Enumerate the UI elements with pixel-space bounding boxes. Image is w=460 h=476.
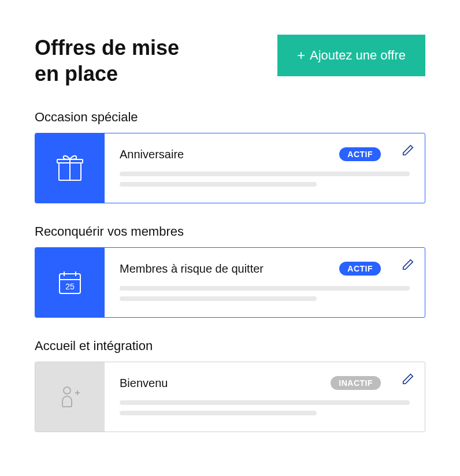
offer-card-membres-risque[interactable]: 25 Membres à risque de quitter ACTIF <box>35 247 425 318</box>
status-badge: ACTIF <box>339 262 381 276</box>
card-body: Anniversaire ACTIF <box>105 133 425 203</box>
edit-button[interactable] <box>402 144 414 159</box>
card-title: Membres à risque de quitter <box>120 262 264 276</box>
placeholder-content <box>120 172 410 187</box>
plus-icon: + <box>297 47 305 64</box>
edit-button[interactable] <box>402 373 414 388</box>
add-offer-button[interactable]: + Ajoutez une offre <box>277 35 425 76</box>
offer-card-anniversaire[interactable]: Anniversaire ACTIF <box>35 133 425 203</box>
offer-card-bienvenu[interactable]: Bienvenu INACTIF <box>35 362 425 432</box>
section-accueil: Accueil et intégration Bienvenu INACTIF <box>35 339 425 432</box>
svg-point-8 <box>64 387 71 394</box>
status-badge: ACTIF <box>339 147 381 161</box>
card-icon-container <box>35 133 105 203</box>
svg-text:25: 25 <box>65 282 75 291</box>
pencil-icon <box>402 258 414 271</box>
add-offer-label: Ajoutez une offre <box>310 48 406 63</box>
placeholder-content <box>120 286 410 301</box>
card-icon-container <box>35 362 105 432</box>
calendar-icon: 25 <box>55 268 84 297</box>
section-title: Accueil et intégration <box>35 339 425 354</box>
person-add-icon <box>57 384 83 410</box>
section-title: Occasion spéciale <box>35 110 425 125</box>
pencil-icon <box>402 373 414 385</box>
section-reconquerir: Reconquérir vos membres 25 Membres à ris… <box>35 224 425 318</box>
page-title: Offres de mise en place <box>35 35 208 87</box>
edit-button[interactable] <box>402 258 414 273</box>
card-title: Bienvenu <box>120 377 168 390</box>
card-body: Bienvenu INACTIF <box>105 362 425 432</box>
pencil-icon <box>402 144 414 157</box>
section-title: Reconquérir vos membres <box>35 224 425 239</box>
card-body: Membres à risque de quitter ACTIF <box>105 248 425 317</box>
placeholder-content <box>120 400 410 415</box>
card-title: Anniversaire <box>120 148 184 161</box>
gift-icon <box>54 153 86 184</box>
section-occasion-speciale: Occasion spéciale Anniversaire ACTIF <box>35 110 425 203</box>
card-icon-container: 25 <box>35 248 105 317</box>
status-badge: INACTIF <box>331 376 381 390</box>
